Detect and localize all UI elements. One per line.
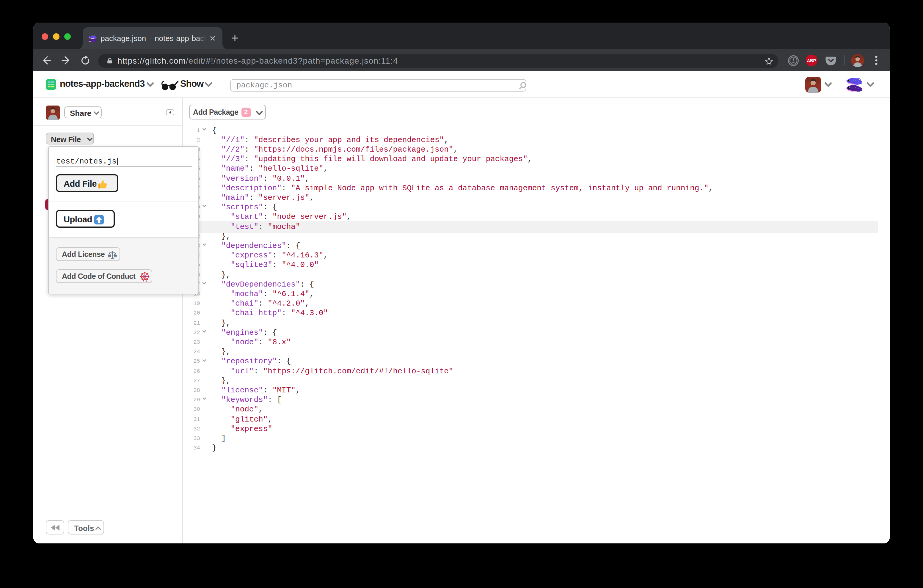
svg-text:ABP: ABP (807, 58, 816, 63)
